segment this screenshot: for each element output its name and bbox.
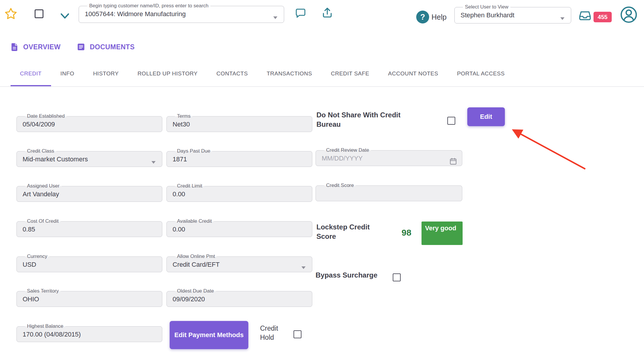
terms-field[interactable]: Terms Net30 bbox=[166, 113, 312, 132]
tab-account-notes[interactable]: ACCOUNT NOTES bbox=[379, 62, 448, 86]
inbox-count-badge: 455 bbox=[594, 12, 612, 22]
date-established-label: Date Established bbox=[25, 113, 67, 119]
star-icon[interactable] bbox=[4, 7, 18, 21]
tab-portal-access[interactable]: PORTAL ACCESS bbox=[448, 62, 514, 86]
chat-icon[interactable] bbox=[295, 8, 306, 19]
customer-search-value: 10057644: Widmore Manufacturing bbox=[85, 10, 278, 18]
help-question-mark: ? bbox=[420, 13, 425, 22]
credit-limit-value: 0.00 bbox=[173, 190, 306, 198]
lockstep-credit-score-label: Lockstep Credit Score bbox=[316, 222, 378, 241]
days-past-due-field[interactable]: Days Past Due 1871 bbox=[166, 148, 312, 167]
dropdown-caret-icon bbox=[273, 16, 277, 19]
credit-review-date-field[interactable]: Credit Review Date MM/DD/YYYY bbox=[316, 147, 462, 166]
page: Begin typing customer name/ID, press ent… bbox=[0, 0, 644, 355]
customer-search-label: Begin typing customer name/ID, press ent… bbox=[87, 3, 210, 9]
tab-history[interactable]: HISTORY bbox=[84, 62, 128, 86]
select-all-checkbox[interactable] bbox=[35, 9, 43, 18]
user-to-view-value: Stephen Burkhardt bbox=[461, 11, 565, 19]
chevron-down-icon[interactable] bbox=[60, 12, 70, 20]
credit-score-field[interactable]: Credit Score bbox=[316, 182, 462, 201]
sales-territory-label: Sales Territory bbox=[25, 288, 61, 294]
credit-class-value: Mid-market Customers bbox=[23, 155, 156, 163]
oldest-due-date-label: Oldest Due Date bbox=[175, 288, 216, 294]
credit-class-select[interactable]: Credit Class Mid-market Customers bbox=[16, 148, 162, 167]
assigned-user-label: Assigned User bbox=[25, 183, 62, 189]
credit-limit-field[interactable]: Credit Limit 0.00 bbox=[166, 183, 312, 202]
credit-hold-checkbox[interactable] bbox=[294, 330, 301, 338]
cost-of-credit-field[interactable]: Cost Of Credit 0.85 bbox=[16, 218, 162, 237]
highest-balance-value: 170.00 (04/08/2015) bbox=[23, 331, 156, 338]
terms-value: Net30 bbox=[173, 121, 306, 128]
inbox-icon[interactable] bbox=[578, 9, 592, 22]
credit-class-label: Credit Class bbox=[25, 148, 56, 154]
tab-rolled-up-history[interactable]: ROLLED UP HISTORY bbox=[128, 62, 207, 86]
bypass-surcharge-checkbox[interactable] bbox=[393, 273, 401, 281]
user-to-view-select[interactable]: Select User to View Stephen Burkhardt bbox=[454, 4, 571, 23]
tab-bar: CREDIT INFO HISTORY ROLLED UP HISTORY CO… bbox=[0, 62, 644, 87]
days-past-due-value: 1871 bbox=[173, 155, 306, 163]
terms-label: Terms bbox=[175, 113, 193, 119]
date-established-value: 05/04/2009 bbox=[23, 121, 156, 128]
available-credit-field[interactable]: Available Credit 0.00 bbox=[166, 218, 312, 237]
sales-territory-value: OHIO bbox=[23, 295, 156, 303]
currency-field[interactable]: Currency USD bbox=[16, 253, 162, 272]
inbox-count: 455 bbox=[598, 14, 607, 21]
nav-item-overview[interactable]: OVERVIEW bbox=[10, 41, 61, 53]
currency-label: Currency bbox=[25, 253, 49, 259]
calendar-icon[interactable] bbox=[449, 157, 457, 165]
tab-credit[interactable]: CREDIT bbox=[11, 62, 51, 86]
date-established-field[interactable]: Date Established 05/04/2009 bbox=[16, 113, 162, 132]
dropdown-caret-icon bbox=[151, 161, 156, 164]
allow-online-pmt-label: Allow Online Pmt bbox=[175, 253, 217, 259]
tab-contacts[interactable]: CONTACTS bbox=[207, 62, 257, 86]
lockstep-rating-badge: Very good bbox=[422, 222, 463, 245]
upload-icon[interactable] bbox=[321, 6, 333, 19]
customer-search-combobox[interactable]: Begin typing customer name/ID, press ent… bbox=[79, 3, 284, 23]
available-credit-value: 0.00 bbox=[173, 226, 306, 233]
edit-payment-methods-button[interactable]: Edit Payment Methods bbox=[170, 321, 248, 349]
oldest-due-date-value: 09/09/2020 bbox=[173, 295, 306, 303]
cost-of-credit-value: 0.85 bbox=[23, 226, 156, 233]
sales-territory-field[interactable]: Sales Territory OHIO bbox=[16, 288, 162, 307]
edit-button[interactable]: Edit bbox=[467, 107, 505, 126]
help-icon[interactable]: ? bbox=[416, 11, 429, 23]
dropdown-caret-icon bbox=[301, 266, 306, 269]
assigned-user-field[interactable]: Assigned User Art Vandelay bbox=[16, 183, 162, 202]
lockstep-credit-score-value: 98 bbox=[402, 228, 411, 238]
user-to-view-label: Select User to View bbox=[463, 4, 510, 10]
available-credit-label: Available Credit bbox=[175, 218, 214, 224]
dropdown-caret-icon bbox=[560, 17, 564, 20]
avatar-icon[interactable] bbox=[619, 5, 638, 24]
cost-of-credit-label: Cost Of Credit bbox=[25, 218, 61, 224]
credit-limit-label: Credit Limit bbox=[175, 183, 204, 189]
allow-online-pmt-select[interactable]: Allow Online Pmt Credit Card/EFT bbox=[166, 253, 312, 272]
allow-online-pmt-value: Credit Card/EFT bbox=[173, 261, 306, 268]
tab-info[interactable]: INFO bbox=[51, 62, 84, 86]
credit-score-label: Credit Score bbox=[324, 182, 356, 188]
days-past-due-label: Days Past Due bbox=[175, 148, 212, 154]
currency-value: USD bbox=[23, 261, 156, 268]
credit-hold-label: Credit Hold bbox=[260, 324, 284, 342]
do-not-share-checkbox[interactable] bbox=[447, 117, 455, 125]
overview-icon bbox=[10, 42, 19, 52]
highest-balance-field[interactable]: Highest Balance 170.00 (04/08/2015) bbox=[16, 323, 162, 342]
bypass-surcharge-label: Bypass Surcharge bbox=[316, 271, 392, 280]
nav-overview-label: OVERVIEW bbox=[23, 43, 61, 51]
help-label[interactable]: Help bbox=[431, 13, 446, 21]
credit-review-date-label: Credit Review Date bbox=[324, 147, 371, 153]
tab-credit-safe[interactable]: CREDIT SAFE bbox=[321, 62, 379, 86]
credit-review-date-placeholder: MM/DD/YYYY bbox=[322, 155, 456, 162]
nav-documents-label: DOCUMENTS bbox=[90, 43, 135, 51]
documents-icon bbox=[76, 42, 86, 52]
oldest-due-date-field[interactable]: Oldest Due Date 09/09/2020 bbox=[166, 288, 312, 307]
do-not-share-label: Do Not Share With Credit Bureau bbox=[316, 110, 412, 129]
tab-transactions[interactable]: TRANSACTIONS bbox=[257, 62, 321, 86]
highest-balance-label: Highest Balance bbox=[25, 323, 65, 329]
assigned-user-value: Art Vandelay bbox=[23, 190, 156, 198]
nav-item-documents[interactable]: DOCUMENTS bbox=[76, 41, 135, 53]
